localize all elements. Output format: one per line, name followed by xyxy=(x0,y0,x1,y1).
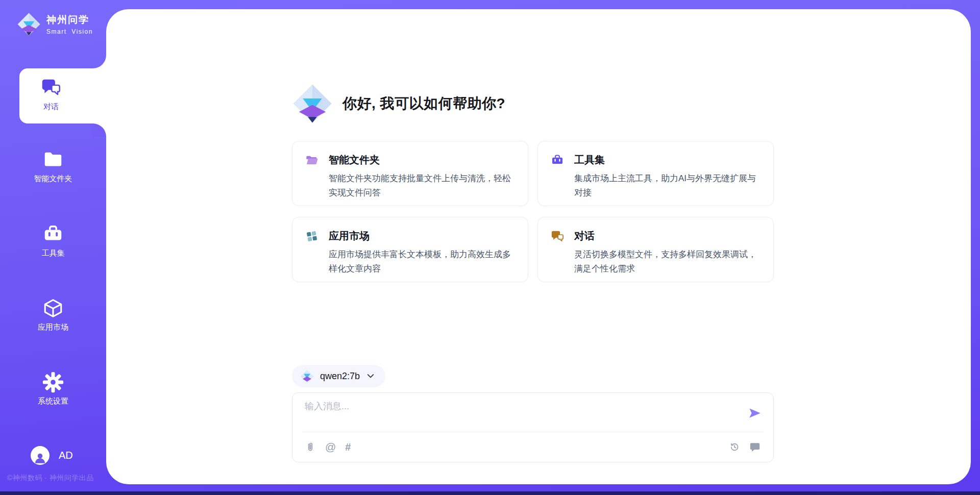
send-button[interactable] xyxy=(748,406,762,420)
tab-connector-top xyxy=(93,55,106,68)
history-button[interactable] xyxy=(729,441,740,453)
sidebar-item-toolbox[interactable]: 工具集 xyxy=(0,224,106,258)
card-chat[interactable]: 对话 灵活切换多模型文件，支持多样回复效果调试，满足个性化需求 xyxy=(537,217,774,282)
history-clock-icon xyxy=(729,441,740,453)
brand-diamond-icon xyxy=(17,12,41,36)
main-panel: 你好, 我可以如何帮助你? 智能文件夹 智能文件夹功能支持批量文件上传与清洗，轻… xyxy=(106,9,971,484)
brand-name: 神州问学 xyxy=(46,13,93,27)
sidebar: 神州问学 Smart Vision 对话 智能文件夹 xyxy=(0,0,106,495)
copyright: ©神州数码 · 神州问学出品 xyxy=(7,474,94,483)
comment-icon xyxy=(749,441,761,453)
card-description: 灵活切换多模型文件，支持多样回复效果调试，满足个性化需求 xyxy=(574,247,762,276)
mention-button[interactable]: @ xyxy=(325,441,336,453)
user-initials: AD xyxy=(59,450,73,461)
card-title: 智能文件夹 xyxy=(329,153,380,167)
tab-connector-bottom xyxy=(93,123,106,137)
sidebar-item-label: 工具集 xyxy=(42,249,65,258)
brand-logo: 神州问学 Smart Vision xyxy=(17,12,93,36)
card-description: 应用市场提供丰富长文本模板，助力高效生成多样化文章内容 xyxy=(329,247,517,276)
toolbox-icon xyxy=(551,154,564,167)
person-icon xyxy=(33,451,47,465)
sidebar-item-app-market[interactable]: 应用市场 xyxy=(0,298,106,332)
sidebar-item-label: 对话 xyxy=(19,102,83,112)
sidebar-item-label: 智能文件夹 xyxy=(34,174,72,184)
card-title: 工具集 xyxy=(574,153,605,167)
open-folder-icon xyxy=(305,154,318,167)
hashtag-button[interactable]: # xyxy=(345,441,350,453)
card-description: 集成市场上主流工具，助力AI与外界无缝扩展与对接 xyxy=(574,171,762,200)
user-profile[interactable]: AD xyxy=(31,446,73,465)
sidebar-item-label: 应用市场 xyxy=(38,323,68,332)
assistant-diamond-icon xyxy=(292,83,333,124)
card-smart-folders[interactable]: 智能文件夹 智能文件夹功能支持批量文件上传与清洗，轻松实现文件问答 xyxy=(292,141,528,206)
send-icon xyxy=(748,406,762,420)
chat-bubbles-icon xyxy=(40,77,61,98)
greeting: 你好, 我可以如何帮助你? xyxy=(292,83,505,124)
sidebar-item-smart-folders[interactable]: 智能文件夹 xyxy=(0,149,106,184)
brand-subtitle: Smart Vision xyxy=(46,28,93,35)
card-toolbox[interactable]: 工具集 集成市场上主流工具，助力AI与外界无缝扩展与对接 xyxy=(537,141,774,206)
model-name: qwen2:7b xyxy=(320,371,360,382)
card-title: 对话 xyxy=(574,229,595,243)
message-input[interactable]: 输入消息... xyxy=(305,400,349,412)
tiles-grid-icon xyxy=(305,230,318,243)
model-selector[interactable]: qwen2:7b xyxy=(292,365,385,387)
card-app-market[interactable]: 应用市场 应用市场提供丰富长文本模板，助力高效生成多样化文章内容 xyxy=(292,217,528,282)
paperclip-icon xyxy=(305,441,316,453)
chevron-down-icon xyxy=(367,374,374,379)
attach-file-button[interactable] xyxy=(305,441,316,453)
greeting-title: 你好, 我可以如何帮助你? xyxy=(342,94,505,113)
card-description: 智能文件夹功能支持批量文件上传与清洗，轻松实现文件问答 xyxy=(329,171,517,200)
feature-cards: 智能文件夹 智能文件夹功能支持批量文件上传与清洗，轻松实现文件问答 xyxy=(292,141,774,282)
chat-bubbles-icon xyxy=(551,230,564,243)
message-input-box: 输入消息... @ xyxy=(292,392,774,462)
window-bottom-edge xyxy=(0,491,980,495)
toolbox-icon xyxy=(42,224,64,245)
folder-icon xyxy=(42,149,64,170)
sidebar-item-label: 系统设置 xyxy=(38,397,68,406)
gear-icon xyxy=(42,372,64,393)
card-title: 应用市场 xyxy=(329,229,370,243)
sidebar-item-settings[interactable]: 系统设置 xyxy=(0,372,106,406)
feedback-button[interactable] xyxy=(749,441,761,453)
sidebar-item-chat[interactable]: 对话 xyxy=(19,68,106,123)
model-diamond-icon xyxy=(300,369,314,383)
avatar xyxy=(31,446,50,465)
cube-icon xyxy=(42,298,64,319)
